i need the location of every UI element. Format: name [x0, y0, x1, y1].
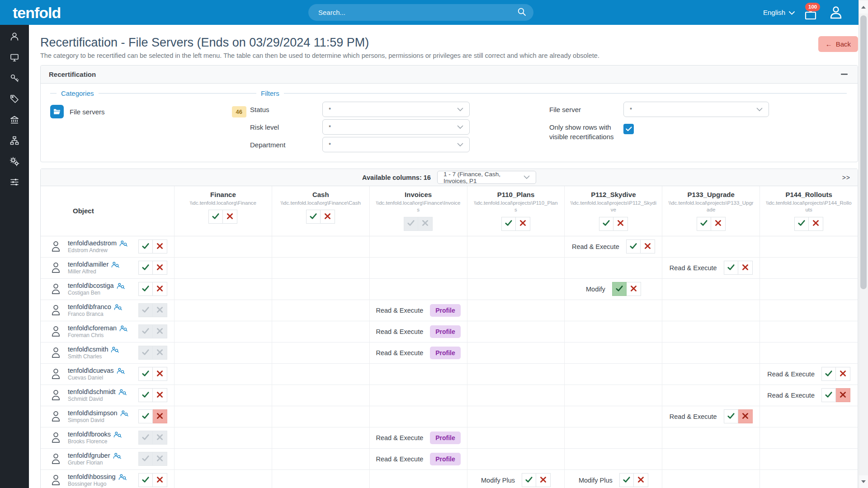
- scroll-down-arrow[interactable]: [859, 475, 868, 488]
- reject-button[interactable]: [641, 239, 655, 253]
- columns-range-select[interactable]: 1 - 7 (Finance, Cash, Invoices, P1: [437, 171, 536, 184]
- object-username[interactable]: tenfold\dcuevas: [68, 367, 114, 374]
- approve-button[interactable]: [821, 367, 836, 381]
- sidebar-computers-icon[interactable]: [9, 52, 19, 62]
- only-visible-checkbox[interactable]: [623, 124, 634, 134]
- reject-button[interactable]: [418, 217, 433, 231]
- user-search-icon[interactable]: [119, 240, 127, 247]
- object-username[interactable]: tenfold\bcostiga: [68, 282, 114, 289]
- reject-button[interactable]: [627, 282, 641, 296]
- reject-button[interactable]: [153, 431, 167, 445]
- object-username[interactable]: tenfold\fgruber: [68, 452, 110, 459]
- scrollbar-thumb[interactable]: [860, 15, 867, 289]
- reject-button[interactable]: [153, 282, 167, 296]
- user-search-icon[interactable]: [114, 304, 122, 310]
- approve-button[interactable]: [138, 303, 153, 317]
- profile-badge[interactable]: Profile: [430, 304, 461, 317]
- approve-button[interactable]: [138, 367, 153, 381]
- reject-button[interactable]: [153, 303, 167, 317]
- approve-button[interactable]: [138, 261, 153, 275]
- risk-level-select[interactable]: *: [322, 119, 470, 135]
- approve-button[interactable]: [138, 346, 153, 360]
- approve-button[interactable]: [404, 217, 418, 231]
- approve-button[interactable]: [522, 473, 536, 487]
- reject-button[interactable]: [153, 473, 167, 487]
- back-button[interactable]: ← Back: [818, 36, 858, 52]
- reject-button[interactable]: [153, 346, 167, 360]
- approve-button[interactable]: [138, 239, 153, 253]
- approve-button[interactable]: [697, 217, 711, 231]
- reject-button[interactable]: [153, 409, 167, 423]
- file-server-select[interactable]: *: [623, 102, 769, 117]
- sidebar-sliders-icon[interactable]: [9, 177, 19, 187]
- department-select[interactable]: *: [322, 137, 470, 152]
- user-search-icon[interactable]: [118, 474, 127, 480]
- approve-button[interactable]: [794, 217, 809, 231]
- object-username[interactable]: tenfold\dsimpson: [68, 409, 118, 417]
- search-input[interactable]: [317, 8, 517, 17]
- reject-button[interactable]: [634, 473, 648, 487]
- reject-button[interactable]: [153, 261, 167, 275]
- status-select[interactable]: *: [322, 102, 470, 117]
- approve-button[interactable]: [138, 324, 153, 338]
- user-search-icon[interactable]: [113, 452, 121, 459]
- reject-button[interactable]: [738, 409, 753, 423]
- approve-button[interactable]: [626, 239, 641, 253]
- object-username[interactable]: tenfold\cforeman: [68, 324, 117, 332]
- user-search-icon[interactable]: [113, 431, 122, 438]
- reject-button[interactable]: [836, 367, 850, 381]
- reject-button[interactable]: [836, 388, 850, 402]
- approve-button[interactable]: [138, 282, 153, 296]
- language-selector[interactable]: English: [763, 0, 795, 25]
- approve-button[interactable]: [306, 210, 321, 224]
- approve-button[interactable]: [612, 282, 627, 296]
- user-search-icon[interactable]: [118, 389, 127, 395]
- profile-badge[interactable]: Profile: [430, 432, 461, 444]
- page-scrollbar[interactable]: [859, 0, 868, 488]
- reject-button[interactable]: [516, 217, 530, 231]
- next-columns-link[interactable]: >>: [842, 174, 850, 181]
- object-username[interactable]: tenfold\fbrooks: [68, 431, 111, 438]
- profile-badge[interactable]: Profile: [430, 347, 461, 359]
- approve-button[interactable]: [724, 261, 738, 275]
- user-search-icon[interactable]: [117, 367, 125, 374]
- profile-badge[interactable]: Profile: [430, 325, 461, 338]
- approve-button[interactable]: [138, 473, 153, 487]
- approve-button[interactable]: [138, 431, 153, 445]
- reject-button[interactable]: [223, 210, 237, 224]
- app-logo[interactable]: tenfold: [13, 4, 61, 21]
- search-bar[interactable]: [308, 4, 533, 21]
- reject-button[interactable]: [809, 217, 823, 231]
- reject-button[interactable]: [153, 324, 167, 338]
- approve-button[interactable]: [138, 388, 153, 402]
- reject-button[interactable]: [153, 388, 167, 402]
- sidebar-tag-icon[interactable]: [9, 94, 19, 104]
- notification-badge[interactable]: 100: [805, 3, 820, 11]
- object-username[interactable]: tenfold\amiller: [68, 261, 108, 268]
- sidebar-settings-icon[interactable]: [9, 156, 19, 166]
- reject-button[interactable]: [738, 261, 753, 275]
- object-username[interactable]: tenfold\aedstrom: [68, 239, 117, 247]
- sidebar-key-icon[interactable]: [9, 73, 19, 83]
- category-item-file-servers[interactable]: File servers 46: [50, 105, 250, 118]
- approve-button[interactable]: [599, 217, 613, 231]
- sidebar-persons-icon[interactable]: [9, 32, 19, 42]
- approve-button[interactable]: [724, 409, 738, 423]
- reject-button[interactable]: [613, 217, 628, 231]
- object-username[interactable]: tenfold\csmith: [68, 346, 108, 353]
- user-search-icon[interactable]: [111, 261, 119, 268]
- approve-button[interactable]: [208, 210, 223, 224]
- user-account-icon[interactable]: [829, 5, 843, 22]
- reject-button[interactable]: [711, 217, 726, 231]
- collapse-panel-button[interactable]: [839, 72, 849, 77]
- approve-button[interactable]: [138, 452, 153, 466]
- user-search-icon[interactable]: [117, 282, 125, 289]
- object-username[interactable]: tenfold\bfranco: [68, 303, 111, 310]
- user-search-icon[interactable]: [111, 346, 119, 353]
- approve-button[interactable]: [821, 388, 836, 402]
- reject-button[interactable]: [536, 473, 551, 487]
- reject-button[interactable]: [153, 452, 167, 466]
- profile-badge[interactable]: Profile: [430, 453, 461, 465]
- reject-button[interactable]: [153, 367, 167, 381]
- object-username[interactable]: tenfold\hbossing: [68, 473, 116, 480]
